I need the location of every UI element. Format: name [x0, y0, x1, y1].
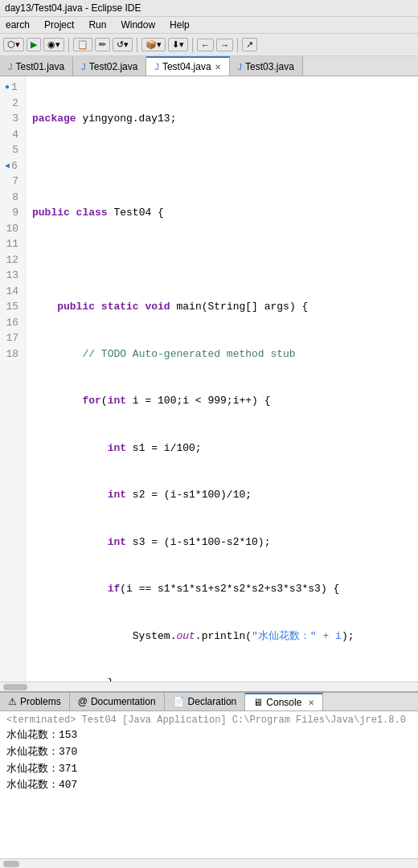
code-line-13: }	[32, 675, 412, 682]
toolbar-sep-3	[192, 38, 193, 52]
toolbar-btn-5[interactable]: ↺▾	[113, 38, 133, 51]
documentation-label: Documentation	[91, 696, 156, 707]
tab-label-test04: Test04.java	[162, 61, 211, 72]
breakpoint-indicator: ●	[5, 81, 10, 93]
tab-test04[interactable]: J Test04.java ✕	[146, 56, 229, 76]
code-line-12: System.out.println("水仙花数：" + i);	[32, 628, 412, 645]
linenum-6: ◀ 6	[5, 158, 22, 174]
toolbar-btn-3[interactable]: 📋	[73, 38, 92, 51]
tab-label-test03: Test03.java	[245, 61, 294, 72]
console-terminated-line: <terminated> Test04 [Java Application] C…	[6, 714, 412, 726]
tab-icon-test04: J	[154, 62, 159, 72]
toolbar-btn-forward[interactable]: →	[216, 39, 233, 51]
linenum-5: 5	[5, 142, 22, 158]
tab-icon-test02: J	[81, 62, 86, 72]
code-line-7: for(int i = 100;i < 999;i++) {	[32, 393, 412, 409]
code-line-9: int s2 = (i-s1*100)/10;	[32, 487, 412, 503]
console-label: Console	[266, 697, 301, 708]
linenum-4: 4	[5, 127, 22, 143]
toolbar-btn-back[interactable]: ←	[197, 39, 214, 51]
problems-label: Problems	[20, 696, 61, 707]
problems-icon: ⚠	[8, 696, 17, 707]
bottom-tab-problems[interactable]: ⚠ Problems	[0, 693, 70, 710]
linenum-8: 8	[5, 190, 22, 206]
toolbar-sep-2	[137, 38, 137, 52]
tab-test02[interactable]: J Test02.java	[73, 56, 146, 76]
code-line-5: public static void main(String[] args) {	[32, 299, 412, 315]
linenum-10: 10	[5, 221, 22, 237]
toolbar-sep-1	[68, 38, 69, 52]
console-output-line-2: 水仙花数：370	[6, 744, 412, 761]
code-line-6: // TODO Auto-generated method stub	[32, 346, 412, 362]
menu-project[interactable]: Project	[42, 18, 76, 31]
console-area: <terminated> Test04 [Java Application] C…	[0, 711, 418, 858]
menu-run[interactable]: Run	[86, 18, 109, 31]
toolbar-btn-4[interactable]: ✏	[95, 38, 110, 51]
bottom-tab-console[interactable]: 🖥 Console ✕	[245, 693, 323, 710]
linenum-11: 11	[5, 236, 22, 252]
linenum-9: 9	[5, 205, 22, 221]
code-line-2	[32, 158, 412, 174]
menu-bar: earch Project Run Window Help	[0, 17, 418, 34]
tab-test03[interactable]: J Test03.java	[230, 56, 303, 76]
console-h-scrollbar[interactable]	[0, 858, 418, 868]
toolbar-btn-1[interactable]: ⬡▾	[3, 38, 24, 51]
tab-label-test01: Test01.java	[16, 61, 65, 72]
menu-search[interactable]: earch	[3, 18, 32, 31]
code-line-11: if(i == s1*s1*s1+s2*s2*s2+s3*s3*s3) {	[32, 581, 412, 597]
linenum-18: 18	[5, 346, 22, 362]
code-line-10: int s3 = (i-s1*100-s2*10);	[32, 534, 412, 551]
console-icon: 🖥	[253, 697, 263, 708]
tabs-bar: J Test01.java J Test02.java J Test04.jav…	[0, 56, 418, 76]
title-bar: day13/Test04.java - Eclipse IDE	[0, 0, 418, 17]
toolbar-btn-run[interactable]: ▶	[27, 38, 41, 51]
linenum-17: 17	[5, 330, 22, 346]
bottom-panel: ⚠ Problems @ Documentation 📄 Declaration…	[0, 691, 418, 868]
linenum-3: 3	[5, 111, 22, 127]
editor-h-scrollbar[interactable]	[0, 682, 418, 691]
editor-area: ● 1 2 3 4 5 ◀ 6 7 8 9 10 11 12 13 14 15 …	[0, 76, 418, 682]
console-h-scrollbar-thumb[interactable]	[3, 861, 19, 867]
toolbar-btn-ext[interactable]: ↗	[242, 38, 257, 51]
title-text: day13/Test04.java - Eclipse IDE	[5, 2, 141, 14]
menu-window[interactable]: Window	[118, 18, 158, 31]
linenum-16: 16	[5, 315, 22, 331]
toolbar-btn-6[interactable]: 📦▾	[141, 38, 166, 51]
bottom-tab-declaration[interactable]: 📄 Declaration	[165, 693, 246, 710]
code-line-4	[32, 252, 412, 268]
linenum-7: 7	[5, 174, 22, 190]
close-tab-test04[interactable]: ✕	[215, 63, 221, 72]
menu-help[interactable]: Help	[167, 18, 192, 31]
bottom-tab-documentation[interactable]: @ Documentation	[70, 693, 165, 710]
console-output-line-3: 水仙花数：371	[6, 761, 412, 778]
linenum-12: 12	[5, 252, 22, 268]
toolbar-btn-2[interactable]: ◉▾	[43, 38, 64, 51]
code-line-1: package yingyong.day13;	[32, 111, 412, 127]
tab-icon-test03: J	[238, 62, 243, 72]
linenum-15: 15	[5, 299, 22, 315]
tab-icon-test01: J	[8, 62, 13, 72]
tab-test01[interactable]: J Test01.java	[0, 56, 73, 76]
console-output-line-4: 水仙花数：407	[6, 777, 412, 794]
declaration-icon: 📄	[173, 696, 185, 707]
code-area[interactable]: package yingyong.day13; public class Tes…	[26, 76, 418, 682]
console-output-line-1: 水仙花数：153	[6, 727, 412, 744]
close-console-tab[interactable]: ✕	[308, 698, 314, 707]
toolbar: ⬡▾ ▶ ◉▾ 📋 ✏ ↺▾ 📦▾ ⬇▾ ← → ↗	[0, 34, 418, 56]
code-line-3: public class Test04 {	[32, 205, 412, 221]
linenum-1: ● 1	[5, 80, 22, 96]
documentation-icon: @	[78, 696, 88, 707]
declaration-label: Declaration	[188, 696, 237, 707]
linenum-14: 14	[5, 284, 22, 300]
editor-h-scrollbar-thumb[interactable]	[3, 684, 27, 690]
code-line-8: int s1 = i/100;	[32, 440, 412, 457]
tab-label-test02: Test02.java	[89, 61, 138, 72]
linenum-2: 2	[5, 96, 22, 112]
toolbar-sep-4	[237, 38, 238, 52]
line-numbers: ● 1 2 3 4 5 ◀ 6 7 8 9 10 11 12 13 14 15 …	[0, 76, 26, 682]
toolbar-btn-7[interactable]: ⬇▾	[168, 38, 188, 51]
linenum-13: 13	[5, 268, 22, 284]
line6-icon: ◀	[5, 160, 10, 172]
bottom-tabs: ⚠ Problems @ Documentation 📄 Declaration…	[0, 693, 418, 711]
